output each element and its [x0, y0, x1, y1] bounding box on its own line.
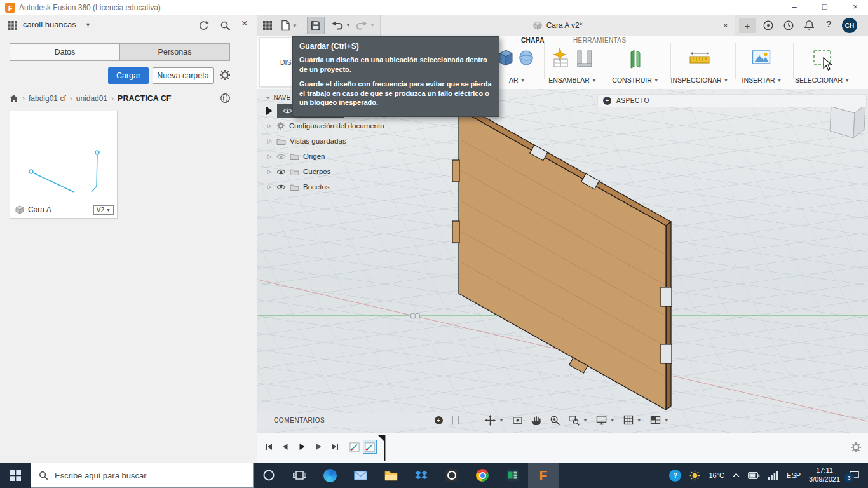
- weather-sun-icon[interactable]: [689, 470, 700, 481]
- browser-row-doc-settings[interactable]: ▷ Configuración del documento: [266, 118, 438, 133]
- zoom-window-button[interactable]: ▼: [569, 415, 588, 426]
- file-explorer-icon[interactable]: [376, 463, 406, 488]
- wood-panel-body[interactable]: [459, 105, 671, 410]
- help-icon[interactable]: ?: [826, 19, 832, 29]
- ribbon-group-insertar[interactable]: INSERTAR▼: [742, 76, 782, 84]
- timeline-feature-sketch2[interactable]: [363, 440, 377, 454]
- maximize-button[interactable]: □: [812, 0, 837, 15]
- language-indicator[interactable]: ESP: [787, 471, 801, 479]
- measure-ruler-icon[interactable]: [689, 48, 710, 69]
- eye-icon[interactable]: [276, 184, 286, 191]
- start-button[interactable]: [0, 463, 31, 488]
- ribbon-group-crear[interactable]: AR▼: [509, 76, 526, 84]
- look-at-button[interactable]: [512, 416, 523, 425]
- ribbon-group-ensamblar[interactable]: ENSAMBLAR▼: [548, 76, 597, 84]
- create-solid-icon[interactable]: [498, 48, 514, 67]
- extensions-icon[interactable]: [763, 20, 774, 31]
- select-box-icon[interactable]: [813, 48, 832, 66]
- viewport-canvas[interactable]: « NAVE Cara A v1 ▷: [257, 89, 868, 433]
- ribbon-group-seleccionar[interactable]: SELECCIONAR▼: [795, 76, 850, 84]
- home-icon[interactable]: [9, 94, 18, 103]
- eye-icon[interactable]: [276, 168, 286, 175]
- design-thumbnail-card[interactable]: Cara A V2 ▼: [10, 111, 118, 219]
- mail-icon[interactable]: [345, 463, 376, 488]
- expand-arrow-icon[interactable]: ▷: [266, 138, 273, 144]
- save-button[interactable]: [307, 17, 325, 34]
- task-view-icon[interactable]: [284, 463, 315, 488]
- dropbox-icon[interactable]: [406, 463, 437, 488]
- panel-close-icon[interactable]: ×: [241, 17, 248, 30]
- cortana-icon[interactable]: [254, 463, 284, 488]
- weather-temp[interactable]: 16°C: [709, 471, 724, 479]
- round-app-icon[interactable]: [437, 463, 467, 488]
- search-input[interactable]: [53, 470, 221, 481]
- tab-datos[interactable]: Datos: [10, 44, 119, 60]
- expand-arrow-icon[interactable]: ▷: [266, 123, 273, 129]
- browser-row-bodies[interactable]: ▷ Cuerpos: [266, 164, 438, 179]
- browser-row-origin[interactable]: ▷ Origen: [266, 149, 438, 164]
- display-settings-button[interactable]: ▼: [596, 415, 615, 425]
- new-tab-button[interactable]: +: [739, 18, 756, 33]
- step-back-icon[interactable]: [280, 442, 290, 452]
- timeline-position-marker[interactable]: [377, 435, 386, 461]
- chrome-icon[interactable]: [467, 463, 498, 488]
- user-avatar[interactable]: CH: [842, 18, 857, 33]
- breadcrumb-level1[interactable]: fabdig01 cf: [29, 94, 66, 103]
- search-icon[interactable]: [220, 20, 231, 31]
- account-caret-icon[interactable]: ▼: [85, 22, 91, 28]
- support-help-icon[interactable]: ?: [669, 470, 681, 482]
- new-folder-button[interactable]: Nueva carpeta: [153, 67, 214, 84]
- comments-bar[interactable]: COMENTARIOS +: [257, 413, 449, 427]
- battery-icon[interactable]: [748, 471, 760, 480]
- show-hidden-icons-chevron[interactable]: [733, 473, 740, 478]
- step-forward-icon[interactable]: [313, 442, 323, 452]
- redo-button[interactable]: ▼: [355, 20, 375, 30]
- spreadsheet-app-icon[interactable]: [498, 463, 528, 488]
- settings-gear-icon[interactable]: [219, 69, 231, 81]
- network-icon[interactable]: [768, 471, 778, 480]
- orbit-button[interactable]: ▼: [485, 415, 504, 426]
- add-comment-icon[interactable]: +: [435, 416, 443, 424]
- ribbon-group-inspeccionar[interactable]: INSPECCIONAR▼: [671, 76, 729, 84]
- taskbar-search-box[interactable]: [31, 463, 254, 488]
- document-tab[interactable]: Cara A v2* ×: [380, 15, 735, 36]
- aspecto-dialog-bar[interactable]: + ASPECTO: [597, 94, 867, 107]
- taskbar-clock[interactable]: 17:11 3/09/2021: [809, 466, 840, 484]
- ribbon-group-construir[interactable]: CONSTRUIR▼: [612, 76, 658, 84]
- zoom-button[interactable]: [550, 415, 560, 426]
- create-form-icon[interactable]: [518, 48, 534, 67]
- construct-plane-icon[interactable]: [626, 48, 645, 69]
- grid-snap-button[interactable]: ▼: [623, 415, 642, 425]
- notifications-bell-icon[interactable]: [803, 19, 815, 31]
- go-to-start-icon[interactable]: [264, 442, 274, 452]
- file-menu-button[interactable]: ▼: [280, 20, 297, 31]
- minimize-button[interactable]: –: [782, 0, 807, 15]
- apps-grid-icon[interactable]: [8, 20, 18, 30]
- pan-button[interactable]: [531, 415, 541, 426]
- browser-row-sketches[interactable]: ▷ Bocetos: [266, 179, 438, 194]
- undo-button[interactable]: ▼: [331, 20, 351, 30]
- edge-icon[interactable]: [315, 463, 345, 488]
- upload-button[interactable]: Cargar: [108, 67, 149, 84]
- ribbon-tab-herramientas[interactable]: HERRAMIENTAS: [573, 37, 627, 44]
- go-to-end-icon[interactable]: [330, 442, 340, 452]
- new-component-icon[interactable]: [551, 48, 570, 69]
- viewports-button[interactable]: ▼: [650, 416, 669, 425]
- tab-personas[interactable]: Personas: [119, 44, 229, 60]
- job-status-clock-icon[interactable]: [783, 20, 794, 31]
- toolbar-drag-handle[interactable]: [452, 416, 459, 424]
- expand-arrow-icon[interactable]: ▷: [266, 153, 273, 159]
- timeline-feature-sketch1[interactable]: [348, 440, 362, 454]
- play-icon[interactable]: [297, 442, 307, 452]
- action-center-button[interactable]: 3: [848, 470, 860, 481]
- ribbon-tab-chapa[interactable]: CHAPA: [521, 37, 545, 44]
- apps-grid-icon[interactable]: [262, 20, 273, 30]
- eye-off-icon[interactable]: [276, 153, 286, 160]
- expand-arrow-icon[interactable]: ▷: [266, 184, 273, 190]
- expand-arrow-icon[interactable]: ▷: [266, 168, 273, 175]
- browser-row-named-views[interactable]: ▷ Vistas guardadas: [266, 133, 438, 149]
- joint-icon[interactable]: [575, 48, 594, 69]
- account-name[interactable]: caroll huancas: [23, 20, 76, 29]
- version-selector[interactable]: V2 ▼: [93, 205, 114, 215]
- fusion360-taskbar-icon[interactable]: F: [528, 463, 559, 488]
